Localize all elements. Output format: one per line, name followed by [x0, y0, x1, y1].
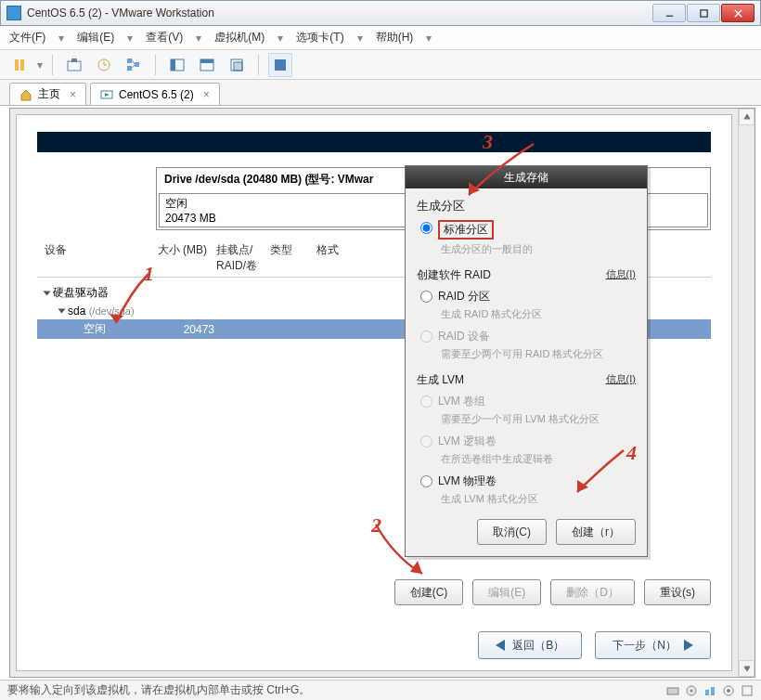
menu-file[interactable]: 文件(F) — [9, 30, 45, 45]
svg-rect-17 — [171, 59, 175, 71]
tab-home-label: 主页 — [38, 86, 60, 102]
menu-tabs[interactable]: 选项卡(T) — [296, 30, 343, 45]
radio-raid-dev — [420, 331, 432, 343]
tab-vm-close[interactable]: × — [203, 88, 210, 101]
view-mode1-icon[interactable] — [165, 53, 189, 77]
next-label: 下一步（N） — [613, 638, 677, 654]
sec-lvm: 生成 LVM 信息(I) — [417, 372, 636, 388]
main-button-row: 创建(C) 编辑(E) 删除（D） 重设(s) — [17, 579, 711, 615]
radio-raid-part[interactable] — [420, 291, 432, 303]
svg-rect-31 — [711, 687, 715, 695]
create-button[interactable]: 创建(C) — [394, 579, 464, 605]
next-button[interactable]: 下一步（N） — [595, 631, 711, 659]
raid-part-hint: 生成 RAID 格式化分区 — [441, 307, 542, 321]
menu-vm[interactable]: 虚拟机(M) — [214, 30, 264, 45]
vm-icon — [100, 88, 113, 101]
cd-status-icon — [685, 684, 698, 697]
sec-raid: 创建软件 RAID 信息(I) — [417, 267, 636, 283]
svg-point-29 — [690, 689, 693, 692]
pause-icon[interactable] — [7, 53, 32, 77]
fullscreen-icon[interactable] — [268, 53, 292, 77]
view-mode3-icon[interactable] — [225, 53, 249, 77]
col-mount: 挂载点/ RAID/卷 — [207, 242, 270, 274]
dialog-title: 生成存储 — [406, 166, 647, 188]
arrow-right-icon — [684, 640, 693, 651]
arrow-left-icon — [496, 640, 505, 651]
svg-line-14 — [132, 60, 135, 64]
col-format: 格式 — [316, 242, 363, 274]
col-size: 大小 (MB) — [156, 242, 207, 274]
create-storage-dialog: 生成存储 生成分区 标准分区 生成分区的一般目的 创建软件 RAID 信息(I)… — [405, 165, 648, 557]
tab-vm-label: CentOS 6.5 (2) — [119, 88, 194, 101]
net-status-icon — [703, 684, 716, 697]
raid-part-label: RAID 分区 — [438, 289, 490, 305]
radio-lvm-lv — [420, 435, 432, 447]
raid-dev-label: RAID 设备 — [438, 329, 490, 344]
minimize-button[interactable] — [652, 4, 686, 22]
snapshot-clock-icon[interactable] — [92, 53, 116, 77]
opt-lvm-pv[interactable]: LVM 物理卷 — [417, 472, 636, 489]
print-status-icon — [741, 684, 754, 697]
menu-view[interactable]: 查看(V) — [146, 30, 183, 45]
lvm-pv-hint: 生成 LVM 格式化分区 — [441, 492, 538, 506]
opt-raid-partition[interactable]: RAID 分区 — [417, 287, 636, 305]
opt-raid-device: RAID 设备 — [417, 327, 636, 344]
svg-marker-25 — [744, 114, 750, 119]
view-mode2-icon[interactable] — [195, 53, 219, 77]
svg-rect-13 — [135, 62, 139, 67]
sound-status-icon — [722, 684, 735, 697]
scroll-up-icon[interactable] — [739, 109, 755, 125]
lvm-vg-label: LVM 卷组 — [438, 394, 485, 409]
reset-button[interactable]: 重设(s) — [644, 579, 711, 605]
svg-marker-26 — [744, 667, 750, 671]
svg-rect-21 — [234, 62, 242, 71]
sec-partition: 生成分区 — [417, 198, 636, 214]
dialog-create-button[interactable]: 创建（r） — [556, 519, 636, 545]
lvm-vg-hint: 需要至少一个可用 LVM 格式化分区 — [441, 412, 600, 426]
radio-standard[interactable] — [420, 222, 432, 234]
tab-home-close[interactable]: × — [70, 88, 76, 101]
opt-standard-hint: 生成分区的一般目的 — [441, 242, 533, 256]
svg-line-15 — [132, 65, 135, 68]
status-text: 要将输入定向到该虚拟机，请在虚拟机内部单击或按 Ctrl+G。 — [7, 682, 310, 698]
tab-home[interactable]: 主页 × — [9, 83, 86, 105]
col-type: 类型 — [270, 242, 316, 274]
menu-help[interactable]: 帮助(H) — [376, 30, 414, 45]
svg-rect-4 — [15, 59, 19, 71]
svg-rect-12 — [127, 66, 132, 71]
snapshot-icon[interactable] — [62, 53, 86, 77]
opt-lvm-lv: LVM 逻辑卷 — [417, 432, 636, 449]
scroll-down-icon[interactable] — [739, 660, 755, 677]
maximize-button[interactable] — [687, 4, 720, 22]
tree-free-label: 空闲 — [84, 321, 163, 337]
svg-rect-6 — [68, 61, 81, 71]
vertical-scrollbar[interactable] — [738, 109, 755, 677]
menu-bar: 文件(F) ▾ 编辑(E) ▾ 查看(V) ▾ 虚拟机(M) ▾ 选项卡(T) … — [0, 26, 761, 50]
opt-lvm-vg: LVM 卷组 — [417, 392, 636, 409]
installer-panel: Drive /dev/sda (20480 MB) (型号: VMwar 空闲 … — [16, 114, 732, 671]
svg-rect-22 — [275, 59, 286, 71]
edit-button: 编辑(E) — [472, 579, 541, 605]
svg-rect-5 — [20, 59, 24, 71]
radio-lvm-pv[interactable] — [420, 475, 432, 487]
window-title: CentOS 6.5 (2) - VMware Workstation — [27, 6, 652, 19]
status-bar: 要将输入定向到该虚拟机，请在虚拟机内部单击或按 Ctrl+G。 — [0, 680, 761, 700]
tree-dev-path: (/dev/sda) — [89, 305, 135, 317]
close-button[interactable] — [721, 4, 755, 22]
expand-icon — [58, 309, 66, 314]
opt-standard-label: 标准分区 — [438, 220, 494, 240]
tab-vm[interactable]: CentOS 6.5 (2) × — [90, 83, 220, 105]
raid-info-link[interactable]: 信息(I) — [606, 267, 636, 281]
content-area: Drive /dev/sda (20480 MB) (型号: VMwar 空闲 … — [9, 108, 755, 678]
dialog-cancel-button[interactable]: 取消(C) — [477, 519, 547, 545]
tree-root-label: 硬盘驱动器 — [53, 285, 109, 301]
svg-rect-7 — [71, 58, 77, 62]
tab-bar: 主页 × CentOS 6.5 (2) × — [0, 80, 761, 106]
menu-edit[interactable]: 编辑(E) — [77, 30, 114, 45]
back-button[interactable]: 返回（B） — [478, 631, 582, 659]
lvm-info-link[interactable]: 信息(I) — [606, 372, 636, 386]
snapshot-manager-icon[interactable] — [122, 53, 146, 77]
back-label: 返回（B） — [512, 638, 564, 654]
opt-standard-partition[interactable]: 标准分区 — [417, 218, 636, 240]
svg-rect-27 — [667, 688, 678, 694]
